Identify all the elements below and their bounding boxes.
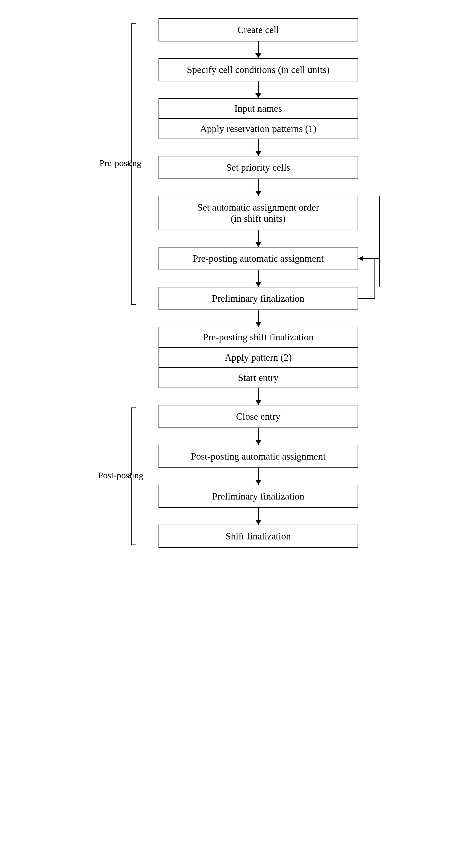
- box-start-entry: Start entry: [159, 368, 357, 388]
- stacked-group-2: Pre-posting shift finalization Apply pat…: [158, 327, 358, 388]
- arrow-8: [258, 388, 259, 405]
- box-specify-cell: Specify cell conditions (in cell units): [158, 58, 358, 82]
- arrow-5: [258, 230, 259, 247]
- feedback-line-svg: [358, 287, 379, 287]
- feedback-arrow-svg: [355, 256, 379, 262]
- arrow-1: [258, 41, 259, 58]
- arrow-3: [258, 139, 259, 156]
- box-set-auto-order: Set automatic assignment order(in shift …: [158, 196, 358, 230]
- arrow-7: [258, 310, 259, 327]
- box-create-cell: Create cell: [158, 18, 358, 41]
- feedback-arrow-in: [355, 256, 379, 262]
- arrow-11: [258, 508, 259, 525]
- box-pre-posting-auto: Pre-posting automatic assignment: [158, 247, 358, 270]
- arrow-10: [258, 468, 259, 485]
- stacked-group-1: Input names Apply reservation patterns (…: [158, 98, 358, 139]
- box-apply-pattern-2: Apply pattern (2): [159, 348, 357, 368]
- box-preliminary-fin-2: Preliminary finalization: [158, 485, 358, 508]
- diagram-container: Create cell Specify cell conditions (in …: [68, 18, 401, 548]
- box-preliminary-fin-1: Preliminary finalization: [158, 287, 358, 310]
- box-post-posting-auto: Post-posting automatic assignment: [158, 445, 358, 468]
- box-shift-finalization: Shift finalization: [158, 525, 358, 548]
- box-pre-posting-shift-fin: Pre-posting shift finalization: [159, 327, 357, 348]
- arrow-9: [258, 428, 259, 445]
- arrow-2: [258, 82, 259, 98]
- box-close-entry: Close entry: [158, 405, 358, 428]
- arrow-4: [258, 179, 259, 196]
- prelim-fin-1-container: Preliminary finalization: [158, 287, 358, 310]
- arrow-6: [258, 270, 259, 287]
- svg-text:Pre-posting: Pre-posting: [99, 158, 141, 168]
- box-set-auto-order-label: Set automatic assignment order(in shift …: [197, 202, 319, 224]
- box-input-names: Input names: [159, 99, 357, 119]
- bracket-overlay: Pre-postingPost-posting: [98, 18, 147, 548]
- box-apply-reservation: Apply reservation patterns (1): [159, 119, 357, 138]
- box-set-priority: Set priority cells: [158, 156, 358, 179]
- brackets-svg: Pre-postingPost-posting: [98, 18, 147, 868]
- feedback-container: Pre-posting automatic assignment: [158, 247, 358, 270]
- svg-text:Post-posting: Post-posting: [98, 470, 144, 480]
